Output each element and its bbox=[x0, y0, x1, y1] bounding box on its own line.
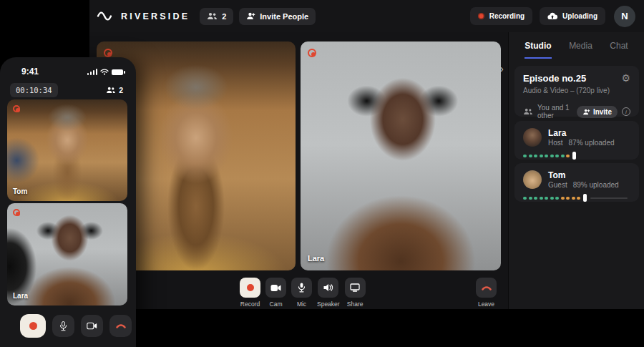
progress-dash bbox=[545, 197, 548, 200]
episode-subtitle: Audio & Video – (720p live) bbox=[523, 87, 630, 94]
user-avatar[interactable]: N bbox=[614, 6, 635, 27]
participant-card-lara: Lara Host 87% uploaded bbox=[514, 121, 639, 160]
gear-icon[interactable]: ⚙ bbox=[621, 73, 630, 83]
progress-track bbox=[590, 197, 628, 199]
share-label: Share bbox=[347, 300, 364, 308]
brand-text: RIVERSIDE bbox=[121, 11, 190, 21]
phone-call-header: 00:10:34 2 bbox=[0, 77, 136, 97]
progress-dash bbox=[561, 155, 565, 157]
upload-progress bbox=[523, 152, 630, 160]
info-icon[interactable]: i bbox=[622, 107, 630, 116]
cell-signal-icon bbox=[87, 69, 98, 75]
hangup-icon bbox=[115, 323, 127, 329]
riverside-app-window: RIVERSIDE 2 Invite People Recording bbox=[89, 0, 644, 309]
progress-dash bbox=[555, 197, 559, 200]
phone-participant-count[interactable]: 2 bbox=[106, 86, 123, 94]
phone-count-value: 2 bbox=[119, 86, 123, 94]
record-dot-icon bbox=[478, 13, 484, 19]
wave-logo-icon bbox=[97, 11, 115, 21]
mic-label: Mic bbox=[297, 300, 306, 308]
progress-dash bbox=[550, 155, 554, 157]
progress-dash bbox=[523, 197, 527, 200]
phone-hangup-button[interactable] bbox=[109, 315, 132, 337]
progress-dash bbox=[545, 155, 548, 157]
recording-timer: 00:10:34 bbox=[10, 83, 58, 97]
leave-label: Leave bbox=[478, 300, 494, 308]
video-tile-lara: Lara bbox=[301, 41, 501, 270]
chevron-right-icon[interactable]: › bbox=[500, 64, 504, 74]
progress-dash bbox=[555, 155, 559, 157]
presence-label: You and 1 other bbox=[537, 104, 572, 119]
cam-button[interactable]: Cam bbox=[265, 278, 286, 308]
tab-studio[interactable]: Studio bbox=[525, 41, 551, 59]
progress-dash bbox=[566, 155, 570, 157]
uploading-label: Uploading bbox=[562, 12, 597, 20]
record-dot-icon bbox=[247, 284, 254, 291]
progress-dash bbox=[561, 197, 565, 200]
phone-cam-button[interactable] bbox=[81, 315, 103, 337]
participant-avatar bbox=[523, 128, 542, 147]
hangup-icon bbox=[481, 285, 492, 291]
upload-percent: 87% uploaded bbox=[569, 139, 615, 147]
recording-label: Recording bbox=[489, 12, 525, 20]
phone-record-button[interactable] bbox=[20, 314, 46, 338]
person-add-icon bbox=[246, 12, 255, 20]
speaker-button[interactable]: Speaker bbox=[317, 278, 340, 308]
speaker-label: Speaker bbox=[317, 300, 340, 308]
person-add-icon bbox=[582, 109, 590, 115]
recording-indicator-icon bbox=[13, 105, 20, 112]
progress-dash bbox=[534, 155, 537, 157]
phone-status-bar: 9:41 bbox=[0, 57, 136, 77]
participant-count-pill[interactable]: 2 bbox=[200, 8, 233, 25]
upload-progress bbox=[523, 194, 630, 202]
record-button[interactable]: Record bbox=[240, 278, 260, 308]
participant-avatar bbox=[523, 170, 542, 189]
sidebar-tabs: Studio Media Chat bbox=[509, 32, 644, 59]
top-bar: RIVERSIDE 2 Invite People Recording bbox=[89, 0, 644, 32]
episode-card: Episode no.25 ⚙ Audio & Video – (720p li… bbox=[514, 66, 639, 117]
cam-label: Cam bbox=[270, 300, 283, 308]
uploading-badge[interactable]: Uploading bbox=[540, 7, 605, 25]
upload-percent: 89% uploaded bbox=[573, 181, 619, 189]
mic-icon bbox=[298, 283, 306, 293]
wifi-icon bbox=[100, 69, 109, 75]
episode-title: Episode no.25 bbox=[523, 73, 586, 84]
progress-dash bbox=[577, 197, 580, 200]
riverside-logo: RIVERSIDE bbox=[97, 11, 190, 21]
camera-icon bbox=[270, 284, 281, 292]
progress-handle[interactable] bbox=[583, 194, 587, 202]
phone-mic-button[interactable] bbox=[52, 315, 74, 337]
phone-video-tom: Tom bbox=[7, 99, 127, 201]
tab-chat[interactable]: Chat bbox=[610, 41, 628, 59]
participant-card-tom: Tom Guest 89% uploaded bbox=[514, 163, 639, 202]
progress-dash bbox=[540, 155, 543, 157]
speaker-icon bbox=[323, 283, 333, 292]
leave-button[interactable]: Leave bbox=[476, 278, 497, 308]
progress-dash bbox=[572, 197, 575, 200]
video-name-label: Lara bbox=[13, 292, 28, 300]
video-name-label: Tom bbox=[13, 187, 27, 195]
tab-media[interactable]: Media bbox=[569, 41, 592, 59]
progress-dash bbox=[529, 155, 532, 157]
status-time: 9:41 bbox=[21, 67, 39, 77]
mic-button[interactable]: Mic bbox=[291, 278, 312, 308]
participant-name: Lara bbox=[548, 128, 615, 139]
progress-handle[interactable] bbox=[572, 152, 576, 160]
invite-people-button[interactable]: Invite People bbox=[239, 8, 316, 25]
people-icon bbox=[523, 108, 533, 115]
participant-role: Guest bbox=[548, 181, 567, 189]
participant-role: Host bbox=[548, 139, 563, 147]
record-dot-icon bbox=[29, 322, 37, 330]
invite-button[interactable]: Invite bbox=[577, 106, 618, 118]
people-icon bbox=[207, 12, 218, 20]
phone-call-controls bbox=[20, 314, 132, 338]
share-button[interactable]: Share bbox=[345, 278, 366, 308]
people-icon bbox=[106, 87, 116, 94]
battery-icon bbox=[112, 69, 123, 75]
invite-people-label: Invite People bbox=[260, 12, 308, 21]
recording-indicator-icon bbox=[104, 49, 112, 57]
progress-dash bbox=[550, 197, 554, 200]
recording-badge[interactable]: Recording bbox=[470, 7, 532, 25]
screen-share-icon bbox=[350, 283, 360, 292]
cloud-upload-icon bbox=[547, 12, 557, 20]
